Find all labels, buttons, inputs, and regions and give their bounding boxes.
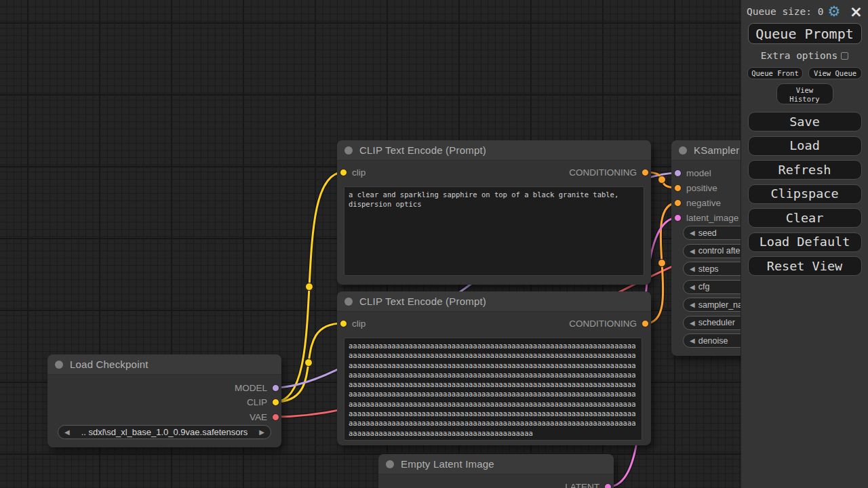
input-negative: negative — [671, 198, 721, 207]
node-title-bar[interactable]: CLIP Text Encode (Prompt) — [337, 140, 651, 161]
node-title: CLIP Text Encode (Prompt) — [359, 144, 486, 156]
collapse-dot-icon[interactable] — [344, 298, 353, 306]
latent-port-icon[interactable] — [604, 483, 612, 488]
graph-canvas[interactable]: CLIP Text Encode (Prompt) clip CONDITION… — [0, 0, 868, 488]
left-arrow-icon[interactable]: ◀ — [684, 247, 698, 255]
output-latent: LATENT — [565, 482, 614, 488]
conditioning-port-icon[interactable] — [642, 169, 649, 176]
input-latent-image: latent_image — [671, 213, 738, 222]
left-arrow-icon[interactable]: ◀ — [684, 319, 698, 327]
left-arrow-icon[interactable]: ◀ — [684, 337, 698, 344]
latent-port-icon[interactable] — [674, 214, 682, 222]
conditioning-port-icon[interactable] — [674, 184, 682, 192]
left-arrow-icon[interactable]: ◀ — [684, 283, 698, 291]
link-dot — [306, 283, 313, 291]
output-clip: CLIP — [247, 397, 281, 407]
output-conditioning: CONDITIONING — [569, 319, 651, 328]
view-history-button[interactable]: View History — [776, 83, 833, 104]
save-button[interactable]: Save — [748, 112, 862, 131]
link-dot — [305, 359, 313, 367]
load-default-button[interactable]: Load Default — [748, 232, 862, 252]
node-title: KSampler — [694, 144, 739, 156]
node-title: CLIP Text Encode (Prompt) — [359, 296, 486, 307]
left-arrow-icon[interactable]: ◀ — [58, 428, 73, 436]
node-empty-latent-image[interactable]: Empty Latent Image LATENT — [378, 454, 614, 488]
prompt-textarea[interactable]: aaaaaaaaaaaaaaaaaaaaaaaaaaaaaaaaaaaaaaaa… — [344, 338, 642, 441]
left-arrow-icon[interactable]: ◀ — [684, 265, 698, 272]
node-title: Load Checkpoint — [70, 359, 149, 370]
conditioning-port-icon[interactable] — [674, 199, 682, 207]
gear-icon[interactable]: ⚙ — [828, 5, 841, 18]
left-arrow-icon[interactable]: ◀ — [684, 301, 698, 308]
link-clip-to-positive-encoder — [275, 172, 344, 402]
collapse-dot-icon[interactable] — [344, 146, 353, 155]
extra-options-checkbox[interactable] — [841, 52, 848, 60]
model-port-icon[interactable] — [272, 384, 279, 392]
output-vae: VAE — [250, 412, 281, 422]
collapse-dot-icon[interactable] — [386, 460, 394, 468]
view-queue-button[interactable]: View Queue — [808, 67, 862, 79]
vae-port-icon[interactable] — [272, 413, 279, 421]
input-clip: clip — [337, 167, 366, 177]
right-arrow-icon[interactable]: ▶ — [256, 428, 271, 436]
queue-size-label: Queue size: 0 — [747, 6, 824, 17]
input-model: model — [671, 168, 711, 178]
clear-button[interactable]: Clear — [748, 208, 862, 228]
reset-view-button[interactable]: Reset View — [748, 256, 862, 276]
output-conditioning: CONDITIONING — [569, 167, 651, 177]
collapse-dot-icon[interactable] — [679, 146, 687, 155]
queue-prompt-button[interactable]: Queue Prompt — [748, 23, 862, 44]
link-dot — [658, 260, 666, 267]
collapse-dot-icon[interactable] — [55, 361, 63, 369]
node-title: Empty Latent Image — [401, 458, 494, 470]
close-icon[interactable]: × — [850, 5, 863, 18]
output-model: MODEL — [235, 383, 281, 392]
clip-port-icon[interactable] — [272, 399, 279, 406]
model-port-icon[interactable] — [674, 169, 682, 177]
input-positive: positive — [671, 183, 717, 192]
conditioning-port-icon[interactable] — [642, 320, 649, 327]
prompt-textarea[interactable]: a clear and sparkling sapphire on top of… — [344, 186, 644, 276]
node-clip-text-encode-negative[interactable]: CLIP Text Encode (Prompt) clip CONDITION… — [337, 291, 651, 445]
input-clip: clip — [337, 319, 366, 328]
queue-front-button[interactable]: Queue Front — [747, 67, 803, 79]
comfy-menu: Queue size: 0 ⚙ × Queue Prompt Extra opt… — [741, 0, 868, 488]
clip-port-icon[interactable] — [340, 320, 347, 327]
ckpt-name-value: .. sdxl\sd_xl_base_1.0_0.9vae.safetensor… — [73, 427, 256, 437]
node-title-bar[interactable]: Empty Latent Image — [378, 454, 614, 474]
extra-options-label: Extra options — [761, 50, 838, 61]
link-dot — [658, 176, 666, 184]
node-load-checkpoint[interactable]: Load Checkpoint MODEL CLIP VAE ◀ .. sdxl… — [47, 354, 281, 447]
clipspace-button[interactable]: Clipspace — [748, 184, 862, 204]
node-title-bar[interactable]: CLIP Text Encode (Prompt) — [337, 291, 651, 312]
link-clip-to-negative-encoder — [275, 323, 342, 402]
node-clip-text-encode-positive[interactable]: CLIP Text Encode (Prompt) clip CONDITION… — [337, 140, 651, 285]
clip-port-icon[interactable] — [340, 169, 347, 176]
left-arrow-icon[interactable]: ◀ — [684, 229, 698, 237]
node-title-bar[interactable]: Load Checkpoint — [47, 354, 281, 375]
ckpt-name-combo[interactable]: ◀ .. sdxl\sd_xl_base_1.0_0.9vae.safetens… — [58, 425, 271, 439]
refresh-button[interactable]: Refresh — [748, 160, 862, 180]
load-button[interactable]: Load — [748, 136, 862, 156]
